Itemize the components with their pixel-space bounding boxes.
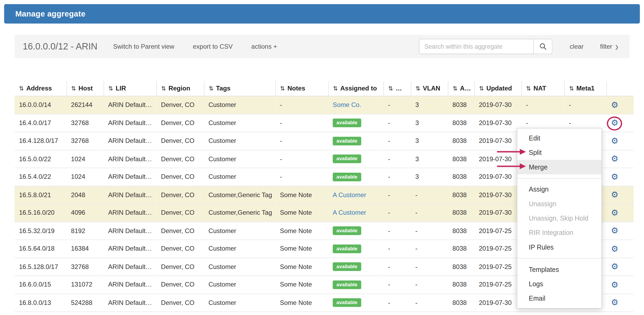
aggregate-title: 16.0.0.0/12 - ARIN: [23, 41, 97, 52]
menu-item-logs[interactable]: Logs: [517, 277, 601, 291]
cell-actions: ⚙: [607, 168, 634, 186]
export-csv-link[interactable]: export to CSV: [193, 43, 233, 50]
assigned-value[interactable]: Some Co.: [333, 101, 361, 108]
cell-region: Denver, CO: [156, 222, 204, 240]
row-actions-gear-icon[interactable]: ⚙: [611, 136, 618, 145]
assigned-value[interactable]: A Customer: [333, 191, 366, 198]
column-header[interactable]: ⇅Tags: [204, 81, 275, 96]
search-input[interactable]: [419, 39, 534, 54]
cell-region: Denver, CO: [156, 96, 204, 114]
row-actions-gear-icon[interactable]: ⚙: [611, 172, 618, 181]
cell-truncated: -: [383, 240, 411, 258]
column-header[interactable]: ⇅Assigned to: [328, 81, 383, 96]
cell-actions: ⚙: [607, 96, 634, 114]
row-actions-gear-icon[interactable]: ⚙: [611, 208, 618, 217]
sort-icon: ⇅: [569, 85, 574, 92]
menu-item-unassign: Unassign: [517, 197, 601, 211]
cell-assigned-to: available: [328, 132, 383, 150]
column-header[interactable]: ⇅A…: [448, 81, 474, 96]
filter-link[interactable]: filter❯: [600, 43, 619, 50]
column-label: LIR: [116, 85, 126, 92]
row-actions-gear-icon[interactable]: ⚙: [611, 244, 618, 253]
sort-icon: ⇅: [209, 85, 214, 92]
cell-notes: -: [275, 168, 328, 186]
clear-search-link[interactable]: clear: [570, 43, 584, 50]
sort-icon: ⇅: [280, 85, 285, 92]
cell-truncated: -: [383, 222, 411, 240]
sort-icon: ⇅: [526, 85, 531, 92]
sort-icon: ⇅: [71, 85, 76, 92]
cell-a-truncated: 8038: [448, 204, 474, 222]
cell-truncated: -: [383, 204, 411, 222]
cell-address: 16.5.128.0/17: [14, 258, 66, 276]
menu-item-unassign-skip-hold: Unassign, Skip Hold: [517, 211, 601, 225]
column-header[interactable]: ⇅Region: [156, 81, 204, 96]
cell-actions: ⚙: [607, 222, 634, 240]
column-header[interactable]: ⇅Updated: [474, 81, 521, 96]
column-header[interactable]: ⇅…: [383, 81, 411, 96]
cell-vlan: -: [411, 276, 448, 294]
menu-item-templates[interactable]: Templates: [517, 262, 601, 277]
cell-a-truncated: 8038: [448, 114, 474, 132]
column-header[interactable]: ⇅LIR: [104, 81, 157, 96]
cell-truncated: -: [383, 168, 411, 186]
menu-item-email[interactable]: Email: [517, 291, 601, 306]
menu-item-split[interactable]: Split: [517, 146, 601, 160]
cell-a-truncated: 8038: [448, 294, 474, 312]
cell-tags: Customer,Generic Tag: [204, 186, 275, 204]
switch-parent-view-link[interactable]: Switch to Parent view: [113, 43, 174, 50]
menu-item-merge[interactable]: Merge: [517, 160, 601, 174]
cell-meta1: -: [564, 96, 606, 114]
column-header[interactable]: ⇅Address: [14, 81, 66, 96]
cell-actions: ⚙: [607, 186, 634, 204]
row-actions-gear-icon[interactable]: ⚙: [611, 262, 618, 271]
row-actions-gear-icon[interactable]: ⚙: [611, 280, 618, 289]
cell-notes: -: [275, 150, 328, 168]
menu-item-edit[interactable]: Edit: [517, 131, 601, 145]
column-header[interactable]: ⇅VLAN: [411, 81, 448, 96]
cell-tags: Customer: [204, 168, 275, 186]
cell-assigned-to: available: [328, 276, 383, 294]
annotation-arrow-split: [496, 148, 527, 155]
actions-menu-link[interactable]: actions +: [251, 43, 277, 50]
cell-actions: ⚙: [607, 132, 634, 150]
cell-assigned-to: available: [328, 168, 383, 186]
menu-item-rir-integration: RIR Integration: [517, 226, 601, 240]
column-header[interactable]: ⇅NAT: [521, 81, 564, 96]
row-actions-gear-icon[interactable]: ⚙: [611, 100, 618, 109]
cell-truncated: -: [383, 276, 411, 294]
menu-item-ip-rules[interactable]: IP Rules: [517, 240, 601, 254]
cell-updated: 2019-07-25: [474, 258, 521, 276]
cell-vlan: -: [411, 240, 448, 258]
assigned-value[interactable]: A Customer: [333, 209, 366, 216]
search-button[interactable]: [534, 39, 553, 54]
cell-nat: -: [521, 96, 564, 114]
column-label: Tags: [216, 85, 230, 92]
cell-updated: 2019-07-30: [474, 132, 521, 150]
menu-item-assign[interactable]: Assign: [517, 182, 601, 197]
column-label: Address: [26, 85, 52, 92]
column-header[interactable]: ⇅Meta1: [564, 81, 606, 96]
search-icon: [539, 43, 546, 50]
cell-tags: Customer: [204, 276, 275, 294]
sort-icon: ⇅: [416, 85, 420, 92]
cell-address: 16.5.8.0/21: [14, 186, 66, 204]
cell-tags: Customer: [204, 240, 275, 258]
row-actions-gear-icon[interactable]: ⚙: [611, 298, 618, 307]
sort-icon: ⇅: [108, 85, 113, 92]
column-header[interactable]: [607, 81, 634, 96]
row-actions-gear-icon[interactable]: ⚙: [611, 190, 618, 199]
row-actions-gear-icon[interactable]: ⚙: [611, 154, 618, 163]
cell-lir: ARIN Default…: [104, 222, 157, 240]
cell-host: 1024: [66, 168, 104, 186]
column-label: Updated: [486, 85, 512, 92]
cell-vlan: -: [411, 204, 448, 222]
assigned-value: available: [333, 173, 361, 181]
cell-lir: ARIN Default…: [104, 294, 157, 312]
column-header[interactable]: ⇅Host: [66, 81, 104, 96]
annotation-circle-gear: [607, 117, 622, 131]
cell-host: 4096: [66, 204, 104, 222]
row-actions-gear-icon[interactable]: ⚙: [611, 226, 618, 235]
cell-assigned-to: available: [328, 222, 383, 240]
column-header[interactable]: ⇅Notes: [275, 81, 328, 96]
